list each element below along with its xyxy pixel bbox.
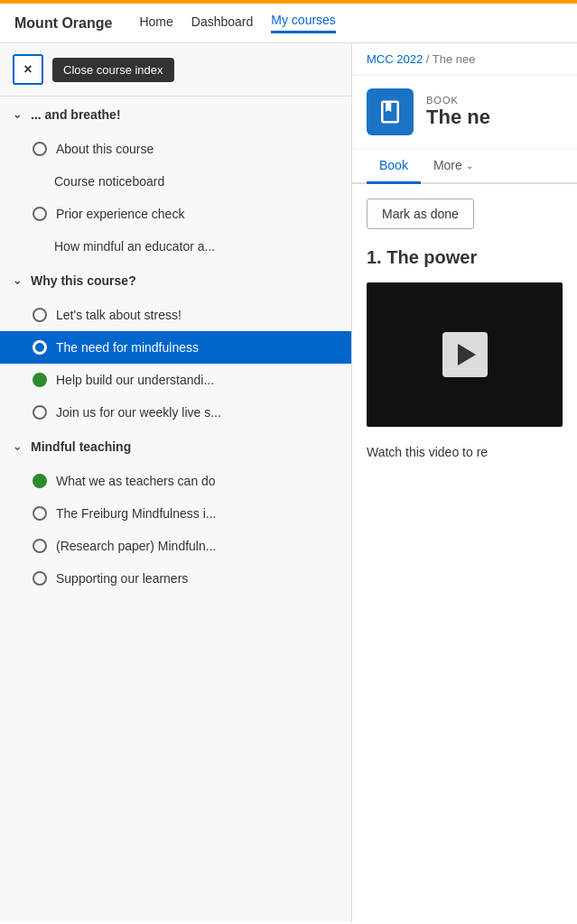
section-label: ... and breathe! — [31, 107, 121, 122]
tab-more-label: More — [433, 158, 462, 172]
book-icon-wrap — [367, 88, 414, 135]
play-icon — [458, 344, 476, 365]
breadcrumb-separator: / — [426, 52, 433, 66]
item-label: Let's talk about stress! — [56, 308, 181, 322]
item-label: Help build our understandi... — [56, 373, 214, 387]
item-status-icon — [33, 539, 47, 553]
site-name: Mount Orange — [14, 15, 112, 32]
item-status-icon — [33, 506, 47, 521]
item-status-icon-complete — [33, 474, 47, 488]
breadcrumb-link[interactable]: MCC 2022 — [367, 52, 423, 66]
content-title-area: BOOK The ne — [426, 95, 490, 129]
item-status-icon — [33, 142, 47, 156]
item-status-icon — [33, 571, 47, 586]
item-label: What we as teachers can do — [56, 474, 216, 488]
item-label: (Research paper) Mindfuln... — [56, 539, 216, 553]
nav-home[interactable]: Home — [139, 14, 172, 32]
play-button[interactable] — [442, 332, 488, 377]
breadcrumb-current: The nee — [433, 52, 476, 66]
list-item[interactable]: (Research paper) Mindfuln... — [0, 530, 351, 562]
close-icon: × — [23, 61, 32, 78]
item-status-icon-active — [33, 340, 47, 355]
chevron-down-icon: ⌄ — [13, 274, 22, 287]
list-item[interactable]: What we as teachers can do — [0, 465, 351, 497]
close-btn-area: × Close course index — [0, 43, 351, 96]
chapter-title: 1. The power — [352, 238, 577, 273]
section-mindful-teaching[interactable]: ⌄ Mindful teaching — [0, 429, 351, 465]
tab-more[interactable]: More ⌄ — [421, 149, 486, 184]
chevron-down-icon: ⌄ — [13, 108, 22, 121]
top-nav: Mount Orange Home Dashboard My courses — [0, 4, 577, 43]
item-label: About this course — [56, 142, 154, 156]
list-item[interactable]: Let's talk about stress! — [0, 299, 351, 331]
item-status-icon — [33, 308, 47, 322]
mark-as-done-button[interactable]: Mark as done — [367, 199, 474, 229]
item-label: Join us for our weekly live s... — [56, 405, 221, 420]
section-and-breathe[interactable]: ⌄ ... and breathe! — [0, 97, 351, 133]
content-header: BOOK The ne — [352, 76, 577, 149]
item-label: Prior experience check — [56, 207, 184, 221]
content-tabs: Book More ⌄ — [352, 149, 577, 184]
content-type-label: BOOK — [426, 95, 490, 106]
content-panel: MCC 2022 / The nee BOOK The ne Book More… — [352, 43, 577, 922]
chevron-down-icon: ⌄ — [466, 161, 473, 171]
section-label: Mindful teaching — [31, 439, 131, 454]
item-label: How mindful an educator a... — [54, 239, 215, 254]
content-title: The ne — [426, 106, 490, 129]
watch-text: Watch this video to re — [352, 436, 577, 468]
list-item-active[interactable]: The need for mindfulness — [0, 331, 351, 364]
item-label: Course noticeboard — [54, 174, 164, 189]
close-course-index-button[interactable]: × — [13, 54, 43, 85]
video-thumbnail[interactable] — [367, 282, 563, 427]
nav-links: Home Dashboard My courses — [139, 13, 335, 33]
list-item[interactable]: Help build our understandi... — [0, 364, 351, 396]
item-status-icon-complete — [33, 373, 47, 387]
list-item[interactable]: Join us for our weekly live s... — [0, 396, 351, 429]
chevron-down-icon: ⌄ — [13, 440, 22, 453]
item-label: Supporting our learners — [56, 571, 188, 586]
list-item[interactable]: Supporting our learners — [0, 562, 351, 595]
sidebar: × Close course index ⌄ ... and breathe! … — [0, 43, 352, 922]
list-item[interactable]: About this course — [0, 133, 351, 165]
item-status-icon — [33, 405, 47, 420]
nav-dashboard[interactable]: Dashboard — [191, 14, 254, 32]
item-status-icon — [33, 207, 47, 221]
tab-book[interactable]: Book — [367, 149, 421, 184]
main-layout: × Close course index ⌄ ... and breathe! … — [0, 43, 577, 922]
list-item[interactable]: Course noticeboard — [0, 165, 351, 198]
item-label: The need for mindfulness — [56, 340, 199, 355]
list-item[interactable]: How mindful an educator a... — [0, 230, 351, 263]
book-icon — [377, 98, 404, 125]
list-item[interactable]: Prior experience check — [0, 198, 351, 230]
item-label: The Freiburg Mindfulness i... — [56, 506, 216, 521]
close-tooltip: Close course index — [52, 58, 174, 82]
section-label: Why this course? — [31, 273, 136, 288]
breadcrumb: MCC 2022 / The nee — [352, 43, 577, 76]
list-item[interactable]: The Freiburg Mindfulness i... — [0, 497, 351, 530]
mark-done-area: Mark as done — [352, 184, 577, 238]
section-why-this-course[interactable]: ⌄ Why this course? — [0, 263, 351, 299]
nav-my-courses[interactable]: My courses — [271, 13, 336, 33]
